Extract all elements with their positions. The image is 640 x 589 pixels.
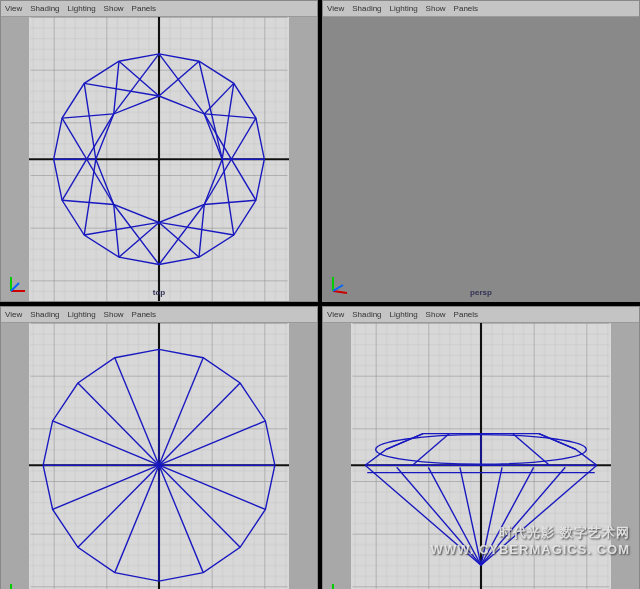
menu-show[interactable]: Show	[104, 4, 124, 13]
menu-panels[interactable]: Panels	[454, 310, 478, 319]
menu-view[interactable]: View	[327, 310, 344, 319]
menu-show[interactable]: Show	[104, 310, 124, 319]
viewport-side-canvas[interactable]: side	[323, 323, 639, 589]
menu-shading[interactable]: Shading	[30, 310, 59, 319]
viewport-side: View Shading Lighting Show Panels	[322, 306, 640, 589]
gutter-right	[611, 323, 639, 589]
viewport-persp: View Shading Lighting Show Panels	[322, 0, 640, 302]
viewport-top: View Shading Lighting Show Panels	[0, 0, 318, 302]
viewport-persp-menu: View Shading Lighting Show Panels	[323, 1, 639, 17]
viewport-top-menu: View Shading Lighting Show Panels	[1, 1, 317, 17]
axis-gizmo-icon	[329, 578, 353, 589]
menu-view[interactable]: View	[5, 4, 22, 13]
viewport-label: persp	[470, 288, 492, 297]
menu-show[interactable]: Show	[426, 4, 446, 13]
viewport-persp-canvas[interactable]: persp	[323, 17, 639, 301]
axis-gizmo-icon	[329, 271, 353, 295]
menu-panels[interactable]: Panels	[454, 4, 478, 13]
viewport-side-menu: View Shading Lighting Show Panels	[323, 307, 639, 323]
gutter-right	[289, 323, 317, 589]
viewport-quad: View Shading Lighting Show Panels	[0, 0, 640, 589]
viewport-top-canvas[interactable]: top	[1, 17, 317, 301]
axis-gizmo-icon	[7, 578, 31, 589]
svg-line-56	[333, 291, 347, 293]
side-view-svg	[323, 323, 639, 589]
menu-panels[interactable]: Panels	[132, 310, 156, 319]
viewport-front-canvas[interactable]: front	[1, 323, 317, 589]
menu-lighting[interactable]: Lighting	[68, 310, 96, 319]
svg-line-38	[11, 283, 19, 291]
menu-panels[interactable]: Panels	[132, 4, 156, 13]
gutter-right	[289, 17, 317, 301]
menu-shading[interactable]: Shading	[352, 310, 381, 319]
menu-view[interactable]: View	[327, 4, 344, 13]
menu-shading[interactable]: Shading	[352, 4, 381, 13]
gutter-left	[1, 17, 29, 301]
menu-view[interactable]: View	[5, 310, 22, 319]
menu-show[interactable]: Show	[426, 310, 446, 319]
viewport-label: top	[153, 288, 165, 297]
front-view-svg	[1, 323, 317, 589]
axis-gizmo-icon	[7, 271, 31, 295]
viewport-front-menu: View Shading Lighting Show Panels	[1, 307, 317, 323]
top-view-svg	[1, 17, 317, 301]
perspective-background	[323, 17, 639, 301]
gutter-left	[1, 323, 29, 589]
gutter-left	[323, 323, 351, 589]
menu-lighting[interactable]: Lighting	[390, 310, 418, 319]
svg-line-57	[333, 285, 343, 291]
menu-lighting[interactable]: Lighting	[390, 4, 418, 13]
viewport-front: View Shading Lighting Show Panels	[0, 306, 318, 589]
menu-lighting[interactable]: Lighting	[68, 4, 96, 13]
menu-shading[interactable]: Shading	[30, 4, 59, 13]
